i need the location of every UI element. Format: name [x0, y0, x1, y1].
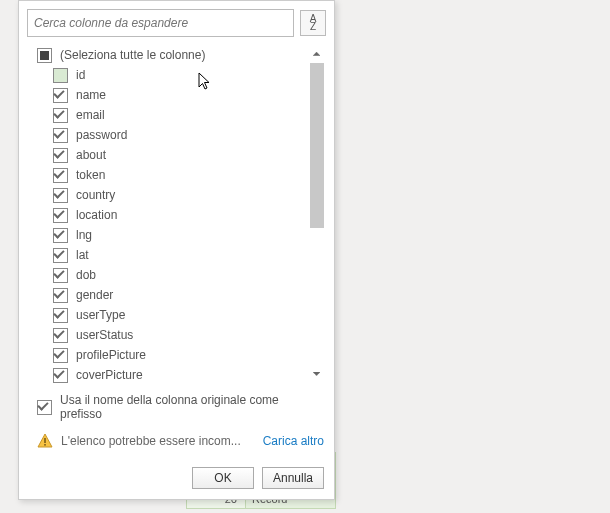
column-label: password [76, 128, 127, 142]
column-label: dob [76, 268, 96, 282]
select-all-item[interactable]: (Seleziona tutte le colonne) [27, 45, 304, 65]
search-input[interactable] [27, 9, 294, 37]
column-label: location [76, 208, 117, 222]
column-label: country [76, 188, 115, 202]
warning-icon [37, 433, 53, 449]
column-item[interactable]: profilePicture [27, 345, 304, 365]
column-label: lng [76, 228, 92, 242]
prefix-checkbox[interactable] [37, 400, 52, 415]
column-item[interactable]: coverPicture [27, 365, 304, 383]
column-label: userStatus [76, 328, 133, 342]
column-label: id [76, 68, 85, 82]
prefix-label: Usa il nome della colonna originale come… [60, 393, 324, 421]
column-item[interactable]: lat [27, 245, 304, 265]
scrollbar[interactable]: ⏶ ⏷ [308, 43, 326, 383]
column-label: token [76, 168, 105, 182]
checkbox-icon[interactable] [53, 128, 68, 143]
column-list: (Seleziona tutte le colonne) idnameemail… [27, 43, 304, 383]
column-label: name [76, 88, 106, 102]
checkbox-icon[interactable] [53, 168, 68, 183]
column-item[interactable]: email [27, 105, 304, 125]
checkbox-icon[interactable] [53, 88, 68, 103]
checkbox-icon[interactable] [53, 288, 68, 303]
column-item[interactable]: password [27, 125, 304, 145]
checkbox-icon[interactable] [53, 68, 68, 83]
ok-button[interactable]: OK [192, 467, 254, 489]
svg-rect-1 [44, 438, 46, 443]
column-label: about [76, 148, 106, 162]
svg-rect-2 [44, 444, 46, 446]
column-label: lat [76, 248, 89, 262]
column-item[interactable]: dob [27, 265, 304, 285]
select-all-label: (Seleziona tutte le colonne) [60, 48, 205, 62]
column-label: profilePicture [76, 348, 146, 362]
column-item[interactable]: gender [27, 285, 304, 305]
column-item[interactable]: about [27, 145, 304, 165]
column-item[interactable]: id [27, 65, 304, 85]
scroll-up-icon[interactable]: ⏶ [308, 43, 326, 63]
column-label: coverPicture [76, 368, 143, 382]
column-item[interactable]: lng [27, 225, 304, 245]
checkbox-icon[interactable] [53, 208, 68, 223]
expand-columns-popup: AZ (Seleziona tutte le colonne) idnameem… [18, 0, 335, 500]
checkbox-icon[interactable] [53, 248, 68, 263]
checkbox-icon[interactable] [53, 228, 68, 243]
checkbox-icon[interactable] [53, 268, 68, 283]
warning-text: L'elenco potrebbe essere incom... [61, 434, 255, 448]
column-item[interactable]: country [27, 185, 304, 205]
column-item[interactable]: userType [27, 305, 304, 325]
checkbox-mixed-icon[interactable] [37, 48, 52, 63]
checkbox-icon[interactable] [53, 328, 68, 343]
scroll-down-icon[interactable]: ⏷ [308, 363, 326, 383]
checkbox-icon[interactable] [53, 348, 68, 363]
cancel-button[interactable]: Annulla [262, 467, 324, 489]
checkbox-icon[interactable] [53, 308, 68, 323]
column-item[interactable]: name [27, 85, 304, 105]
column-item[interactable]: token [27, 165, 304, 185]
scroll-thumb[interactable] [310, 63, 324, 228]
checkbox-icon[interactable] [53, 108, 68, 123]
sort-button[interactable]: AZ [300, 10, 326, 36]
checkbox-icon[interactable] [53, 368, 68, 383]
column-item[interactable]: userStatus [27, 325, 304, 345]
column-item[interactable]: location [27, 205, 304, 225]
load-more-link[interactable]: Carica altro [263, 434, 324, 448]
column-label: email [76, 108, 105, 122]
column-label: gender [76, 288, 113, 302]
checkbox-icon[interactable] [53, 188, 68, 203]
column-label: userType [76, 308, 125, 322]
checkbox-icon[interactable] [53, 148, 68, 163]
